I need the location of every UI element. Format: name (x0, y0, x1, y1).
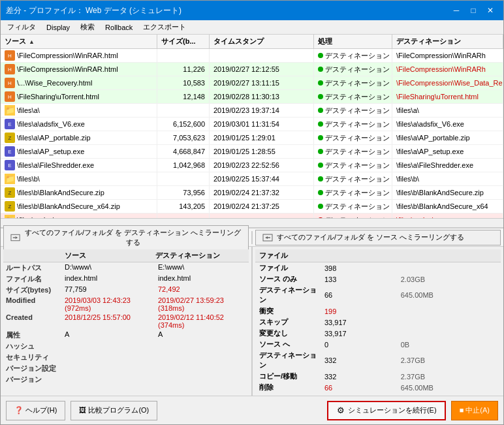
destination-cell: \files\a\AP_portable.zip (392, 131, 503, 144)
process-cell: デスティネーション へコピー (314, 118, 392, 131)
destination-cell: \files\b\BlankAndSecure.zip (392, 186, 503, 199)
detail-dst-val: index.html (155, 274, 249, 285)
detail-row: Modified 2019/03/03 12:43:23 (972ms) 201… (3, 296, 249, 313)
stat-label: ファイル (255, 262, 321, 274)
table-body: H \FileCompression\WinRAR.html デスティネーション… (1, 49, 503, 218)
minimize-button[interactable]: ─ (449, 4, 464, 17)
mirror-divider (251, 231, 253, 244)
left-detail: ソース デスティネーション ルートパス D:\www\ E:\www\ ファイル… (1, 247, 253, 396)
status-dot-icon (318, 121, 323, 127)
stat-extra: 2.03GB (396, 274, 501, 285)
timestamp-cell: 2019/02/24 21:37:25 (210, 200, 314, 213)
detail-label: バージョン (3, 374, 62, 385)
detail-src-val: index.html (62, 274, 155, 285)
help-button[interactable]: ❓ ヘルプ(H) (6, 401, 65, 420)
detail-row: セキュリティ (3, 352, 249, 363)
menu-rollback[interactable]: Rollback (101, 22, 136, 33)
source-cell: 📁 \files\a\ (1, 104, 157, 117)
table-row[interactable]: E \files\a\FileShredder.exe 1,042,968 20… (1, 159, 503, 172)
table-row[interactable]: H \...\Wise_Recovery.html 10,583 2019/02… (1, 76, 503, 90)
menu-search[interactable]: 検索 (76, 21, 99, 33)
source-cell: H \FileCompression\WinRAR.html (1, 63, 157, 76)
stat-label: ソース のみ (255, 274, 321, 285)
timestamp-cell: 2019/02/28 11:30:13 (210, 90, 314, 103)
stat-label: デスティネーション (255, 350, 321, 371)
stat-val: 332 (321, 371, 396, 382)
source-cell: E \files\a\AP_setup.exe (1, 145, 157, 158)
detail-dst-val (155, 341, 249, 352)
file-icon: 📁 (5, 105, 15, 116)
detail-label: Created (3, 313, 62, 330)
menu-filter[interactable]: フィルタ (3, 21, 40, 33)
detail-src-val: 2018/12/25 15:57:00 (62, 313, 155, 330)
left-detail-header: ソース デスティネーション (3, 249, 249, 262)
file-table-area: ソース ▲ サイズ(b... タイムスタンプ 処理 デスティネーション H \F… (1, 35, 503, 228)
table-row[interactable]: 📁 \files\b\ 2019/02/25 15:37:44 デスティネーショ… (1, 172, 503, 186)
table-row[interactable]: Z \files\b\BlankAndSecure_x64.zip 143,20… (1, 200, 503, 213)
table-row[interactable]: E \files\a\AP_setup.exe 4,668,847 2019/0… (1, 145, 503, 159)
detail-row: バージョン (3, 374, 249, 385)
detail-dst-val (155, 374, 249, 385)
destination-cell: \files\a\adsfix_V6.exe (392, 118, 503, 131)
source-cell: E \files\a\adsfix_V6.exe (1, 118, 157, 131)
file-icon: H (5, 64, 15, 74)
simulate-continue-button[interactable]: ⚙ シミュレーションを続行(E) (327, 401, 446, 420)
mirror-buttons-bar: すべてのファイル/フォルダ を デスティネーション へミラーリングする すべての… (1, 228, 503, 247)
detail-row: 属性 A A (3, 330, 249, 341)
right-stat-table: ファイル 398 ソース のみ 133 2.03GB デスティネーション 66 … (255, 262, 501, 393)
detail-row: バージョン設定 (3, 363, 249, 374)
table-row[interactable]: H \FileCompression\WinRAR.html 11,226 20… (1, 63, 503, 76)
menu-export[interactable]: エクスポート (139, 21, 190, 33)
destination-cell: \files\a\FileShredder.exe (392, 159, 503, 172)
source-cell: 📁 \files\codec\ (1, 213, 157, 218)
table-row[interactable]: H \FileCompression\WinRAR.html デスティネーション… (1, 49, 503, 63)
stat-row: スキップ 33,917 (255, 317, 501, 328)
stat-val: 66 (321, 285, 396, 306)
status-dot-icon (318, 53, 323, 58)
stat-row: 変更なし 33,917 (255, 328, 501, 339)
detail-dst-val: 2019/02/27 13:59:23 (318ms) (155, 296, 249, 313)
svg-marker-4 (265, 236, 268, 239)
file-icon: E (5, 119, 15, 129)
size-cell: 73,956 (157, 186, 210, 199)
timestamp-cell: 2019/02/24 21:37:32 (210, 186, 314, 199)
detail-label: バージョン設定 (3, 363, 62, 374)
table-row[interactable]: 📁 \files\codec\ デスティネーション から削除 \files\co… (1, 213, 503, 218)
destination-cell: \files\codec\ (392, 213, 503, 218)
table-row[interactable]: Z \files\a\AP_portable.zip 7,053,623 201… (1, 131, 503, 145)
detail-label: ファイル名 (3, 274, 62, 285)
status-dot-icon (318, 149, 323, 154)
destination-cell: \FileCompression\WinRARh (392, 63, 503, 76)
sort-arrow-icon: ▲ (29, 39, 35, 45)
detail-row: ハッシュ (3, 341, 249, 352)
detail-src-val (62, 352, 155, 363)
source-cell: E \files\a\FileShredder.exe (1, 159, 157, 172)
stat-val: 199 (321, 306, 396, 317)
stat-row: ファイル 398 (255, 262, 501, 274)
detail-label: ルートパス (3, 262, 62, 274)
table-row[interactable]: Z \files\b\BlankAndSecure.zip 73,956 201… (1, 186, 503, 200)
stat-label: ソース へ (255, 339, 321, 350)
stop-button[interactable]: ■ 中止(A) (451, 401, 498, 420)
stat-row: デスティネーション 66 645.00MB (255, 285, 501, 306)
compare-program-button[interactable]: 🖼 比較プログラム(O) (71, 401, 157, 420)
stat-extra: 0B (396, 339, 501, 350)
size-cell: 1,042,968 (157, 159, 210, 172)
mirror-to-destination-button[interactable]: すべてのファイル/フォルダ を デスティネーション へミラーリングする (3, 225, 249, 250)
size-cell: 4,668,847 (157, 145, 210, 158)
stat-val: 66 (321, 382, 396, 393)
stat-label: 衝突 (255, 306, 321, 317)
header-size: サイズ(b... (157, 35, 210, 48)
mirror-to-source-button[interactable]: すべてのファイル/フォルダ を ソース へミラーリングする (255, 230, 501, 245)
close-button[interactable]: ✕ (482, 4, 498, 17)
table-row[interactable]: 📁 \files\a\ 2019/02/23 19:37:14 デスティネーショ… (1, 104, 503, 118)
maximize-button[interactable]: □ (465, 4, 481, 17)
source-cell: H \FileSharing\uTorrent.html (1, 90, 157, 103)
timestamp-cell: 2019/02/23 19:37:14 (210, 104, 314, 117)
stat-val: 33,917 (321, 317, 396, 328)
stat-extra (396, 328, 501, 339)
table-row[interactable]: E \files\a\adsfix_V6.exe 6,152,600 2019/… (1, 118, 503, 131)
table-row[interactable]: H \FileSharing\uTorrent.html 12,148 2019… (1, 90, 503, 104)
menu-display[interactable]: Display (42, 22, 74, 33)
status-dot-icon (318, 204, 323, 209)
